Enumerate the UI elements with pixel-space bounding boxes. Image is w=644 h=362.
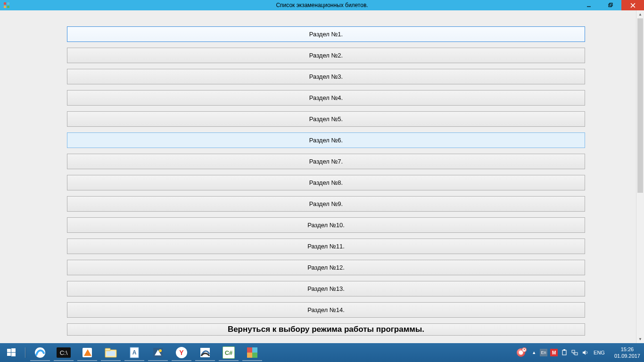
svg-rect-5 bbox=[609, 4, 611, 7]
scroll-down-arrow-icon[interactable]: ▼ bbox=[636, 335, 644, 343]
task-app-6[interactable] bbox=[146, 343, 170, 362]
mega-tray-icon[interactable]: M bbox=[550, 349, 558, 356]
task-app-4[interactable] bbox=[99, 343, 123, 362]
winforms-app-icon bbox=[246, 346, 258, 359]
vertical-scrollbar[interactable]: ▲ ▼ bbox=[636, 10, 644, 343]
svg-rect-25 bbox=[247, 347, 252, 353]
window-title: Список экзаменационных билетов. bbox=[276, 2, 368, 8]
yandex-browser-icon: Y bbox=[175, 346, 188, 359]
svg-rect-10 bbox=[11, 348, 16, 352]
svg-rect-2 bbox=[4, 6, 6, 8]
csharp-icon: C# bbox=[223, 346, 235, 359]
section-button-label: Раздел №4. bbox=[309, 94, 343, 101]
task-app-8[interactable] bbox=[193, 343, 217, 362]
section-button-label: Раздел №12. bbox=[307, 264, 345, 271]
window-controls bbox=[578, 0, 644, 10]
file-explorer-icon bbox=[105, 346, 117, 359]
window-titlebar: Список экзаменационных билетов. bbox=[0, 0, 644, 10]
svg-rect-26 bbox=[252, 347, 257, 353]
language-indicator[interactable]: ENG bbox=[592, 350, 607, 355]
section-button-5[interactable]: Раздел №5. bbox=[67, 111, 585, 127]
taskbar-clock[interactable]: 15:26 01.09.2017 bbox=[611, 343, 644, 362]
task-app-10[interactable] bbox=[240, 343, 264, 362]
svg-rect-31 bbox=[563, 349, 565, 351]
paint-icon bbox=[152, 346, 164, 359]
terminal-icon: C:\ bbox=[57, 347, 71, 358]
section-button-7[interactable]: Раздел №7. bbox=[67, 154, 585, 169]
app-icon bbox=[3, 1, 10, 9]
section-button-label: Раздел №13. bbox=[307, 285, 345, 292]
taskbar-spacer bbox=[264, 343, 513, 362]
section-button-11[interactable]: Раздел №11. bbox=[67, 239, 585, 254]
section-button-label: Раздел №14. bbox=[307, 306, 345, 313]
taskbar: C:\ A Y C# bbox=[0, 343, 644, 362]
task-app-9[interactable]: C# bbox=[217, 343, 240, 362]
svg-rect-11 bbox=[7, 353, 11, 356]
section-button-label: Раздел №1. bbox=[309, 31, 343, 38]
return-button[interactable]: Вернуться к выбору режима работы програм… bbox=[67, 323, 585, 336]
section-button-9[interactable]: Раздел №9. bbox=[67, 196, 585, 212]
svg-rect-28 bbox=[252, 353, 257, 358]
return-button-label: Вернуться к выбору режима работы програм… bbox=[228, 325, 424, 334]
scroll-up-arrow-icon[interactable]: ▲ bbox=[636, 10, 644, 18]
svg-text:A: A bbox=[132, 349, 137, 356]
section-button-label: Раздел №5. bbox=[309, 115, 343, 123]
content-scroll-area: Раздел №1.Раздел №2.Раздел №3.Раздел №4.… bbox=[0, 10, 636, 343]
section-button-3[interactable]: Раздел №3. bbox=[67, 69, 585, 84]
section-button-12[interactable]: Раздел №12. bbox=[67, 260, 585, 275]
text-editor-icon: A bbox=[128, 346, 140, 359]
maximize-button[interactable] bbox=[600, 0, 621, 10]
device-tray-icon[interactable] bbox=[561, 349, 568, 356]
task-app-3[interactable] bbox=[75, 343, 99, 362]
scroll-thumb[interactable] bbox=[637, 18, 643, 193]
action-center-alert-icon[interactable]: ✕ bbox=[517, 348, 525, 357]
system-tray: ✕ ▲ En M ENG bbox=[513, 343, 611, 362]
svg-rect-0 bbox=[4, 2, 6, 5]
section-button-2[interactable]: Раздел №2. bbox=[67, 48, 585, 63]
section-button-label: Раздел №8. bbox=[309, 179, 343, 186]
section-button-label: Раздел №3. bbox=[309, 73, 343, 80]
task-app-1[interactable] bbox=[28, 343, 52, 362]
section-button-4[interactable]: Раздел №4. bbox=[67, 90, 585, 106]
foxit-icon bbox=[81, 346, 93, 359]
section-button-label: Раздел №9. bbox=[309, 200, 343, 207]
section-button-8[interactable]: Раздел №8. bbox=[67, 175, 585, 190]
section-button-13[interactable]: Раздел №13. bbox=[67, 281, 585, 296]
svg-rect-16 bbox=[105, 348, 110, 351]
client-area: Раздел №1.Раздел №2.Раздел №3.Раздел №4.… bbox=[0, 10, 644, 343]
start-button[interactable] bbox=[0, 343, 23, 362]
ime-indicator-icon[interactable]: En bbox=[540, 349, 547, 356]
svg-rect-33 bbox=[575, 353, 578, 355]
tray-overflow-icon[interactable]: ▲ bbox=[531, 350, 537, 355]
section-button-label: Раздел №6. bbox=[309, 137, 343, 144]
task-app-7[interactable]: Y bbox=[170, 343, 193, 362]
svg-rect-6 bbox=[610, 3, 612, 6]
svg-rect-17 bbox=[107, 351, 115, 356]
svg-rect-30 bbox=[562, 350, 566, 355]
section-button-14[interactable]: Раздел №14. bbox=[67, 302, 585, 318]
section-button-label: Раздел №11. bbox=[307, 243, 345, 250]
globe-swirl-icon bbox=[34, 346, 46, 359]
svg-point-21 bbox=[159, 349, 162, 352]
scroll-track[interactable] bbox=[636, 18, 644, 335]
task-app-5[interactable]: A bbox=[123, 343, 146, 362]
section-button-label: Раздел №10. bbox=[307, 222, 345, 229]
section-button-label: Раздел №2. bbox=[309, 52, 343, 59]
svg-rect-1 bbox=[7, 2, 9, 5]
svg-rect-3 bbox=[7, 6, 9, 8]
section-button-6[interactable]: Раздел №6. bbox=[67, 132, 585, 148]
clock-time: 15:26 bbox=[614, 346, 640, 353]
section-button-1[interactable]: Раздел №1. bbox=[67, 26, 585, 42]
svg-rect-32 bbox=[572, 350, 575, 353]
svg-rect-27 bbox=[247, 353, 252, 358]
svg-rect-9 bbox=[7, 349, 11, 352]
close-button[interactable] bbox=[621, 0, 644, 10]
svg-marker-36 bbox=[583, 350, 586, 355]
network-tray-icon[interactable] bbox=[571, 349, 578, 356]
task-app-2[interactable]: C:\ bbox=[52, 343, 75, 362]
section-button-10[interactable]: Раздел №10. bbox=[67, 217, 585, 233]
svg-rect-12 bbox=[11, 353, 16, 356]
minimize-button[interactable] bbox=[578, 0, 600, 10]
volume-tray-icon[interactable] bbox=[581, 349, 589, 356]
svg-text:Y: Y bbox=[179, 349, 184, 356]
